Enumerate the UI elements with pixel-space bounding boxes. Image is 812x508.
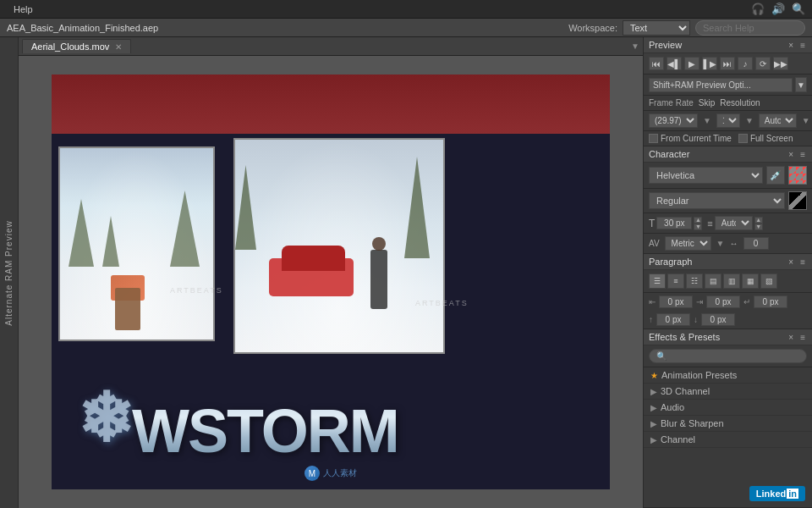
- loop-btn[interactable]: ⟳: [755, 57, 771, 70]
- preview-settings-row: Frame Rate Skip Resolution: [644, 96, 812, 111]
- align-left-btn[interactable]: ☰: [649, 273, 666, 289]
- paragraph-title: Paragraph: [649, 257, 692, 267]
- character-metrics-row: AV Metrics ▼ ↔: [644, 233, 812, 253]
- skip-select[interactable]: 1: [716, 113, 740, 128]
- leading-select[interactable]: Auto: [715, 216, 753, 230]
- preview-ram-btn[interactable]: Shift+RAM Preview Opti...: [649, 78, 793, 92]
- full-screen-label: Full Screen: [750, 134, 793, 143]
- effects-search-input[interactable]: [649, 349, 807, 363]
- tab-close-icon[interactable]: ✕: [115, 42, 122, 52]
- skip-label: Skip: [699, 98, 715, 108]
- skip-to-end-btn[interactable]: ⏭: [720, 57, 735, 70]
- preview-options-row: From Current Time Full Screen: [644, 131, 812, 146]
- justify-right-btn[interactable]: ▦: [742, 273, 759, 289]
- headphones-icon[interactable]: 🎧: [751, 3, 765, 15]
- full-screen-check[interactable]: Full Screen: [738, 134, 793, 143]
- indent-first-input[interactable]: [754, 295, 787, 308]
- font-size-up[interactable]: ▲: [694, 217, 702, 224]
- search-icon[interactable]: 🔍: [792, 3, 805, 15]
- space-after-icon: ↓: [694, 315, 698, 324]
- play-btn[interactable]: ▶: [684, 57, 700, 70]
- menu-icon-group: 🎧 🔊 🔍: [751, 3, 805, 15]
- tracking-input[interactable]: [743, 237, 769, 250]
- indent-left-icon: ⇤: [649, 297, 656, 306]
- justify-left-btn[interactable]: ▥: [723, 273, 740, 289]
- tab-aerial-clouds[interactable]: Aerial_Clouds.mov ✕: [22, 39, 131, 53]
- font-size-input[interactable]: [656, 217, 692, 229]
- from-current-label: From Current Time: [661, 134, 732, 143]
- preview-collapse-btn[interactable]: ×: [787, 41, 795, 50]
- linkedin-in: in: [787, 489, 798, 499]
- volume-icon[interactable]: 🔊: [771, 3, 785, 15]
- canvas-area[interactable]: ARTBEATS ARTBEATS ❄ WSTORM M 人人素材: [19, 56, 643, 508]
- step-back-btn[interactable]: ◀▌: [667, 57, 682, 70]
- font-style-select[interactable]: Regular: [649, 192, 785, 209]
- effect-item[interactable]: ▶ Channel: [644, 432, 812, 448]
- workspace-area: Workspace: Text: [568, 20, 805, 36]
- indent-left-input[interactable]: [659, 295, 693, 308]
- resolution-select[interactable]: Auto: [759, 113, 797, 128]
- effect-item[interactable]: ▶ Audio: [644, 400, 812, 416]
- character-collapse-btn[interactable]: ×: [787, 150, 795, 159]
- right-panel: Preview × ≡ ⏮ ◀▌ ▶ ▌▶ ⏭ ♪ ⟳ ▶▶ Shift+RAM…: [643, 37, 812, 508]
- video-thumb-left: [58, 146, 215, 341]
- indent-right-input[interactable]: [706, 295, 740, 308]
- leading-down[interactable]: ▼: [754, 224, 763, 230]
- effect-item[interactable]: ▶ Blur & Sharpen: [644, 416, 812, 432]
- skip-to-start-btn[interactable]: ⏮: [649, 57, 664, 70]
- preview-values-row: (29.97) ▼ 1 ▼ Auto ▼: [644, 111, 812, 131]
- from-current-check[interactable]: From Current Time: [649, 134, 732, 143]
- justify-all-btn[interactable]: ▧: [760, 273, 777, 289]
- font-size-arrows: ▲ ▼: [694, 217, 702, 230]
- color-swatch[interactable]: [788, 166, 807, 185]
- metrics-av-icon: AV: [649, 239, 660, 248]
- wstorm-text: WSTORM: [132, 396, 398, 466]
- indent-first-icon: ↵: [743, 297, 750, 306]
- full-screen-checkbox[interactable]: [738, 134, 748, 143]
- paragraph-header: Paragraph × ≡: [644, 254, 812, 270]
- effects-section: Effects & Presets × ≡ ★ Animation Preset…: [644, 329, 812, 508]
- font-size-down[interactable]: ▼: [694, 224, 702, 230]
- space-after-input[interactable]: [701, 313, 735, 326]
- justify-btn[interactable]: ▤: [705, 273, 721, 289]
- left-sidebar: Alternate RAM Preview: [0, 37, 19, 508]
- stroke-color-swatch[interactable]: [788, 191, 807, 210]
- watermark-artbeats-left: ARTBEATS: [170, 286, 223, 295]
- step-forward-btn[interactable]: ▌▶: [702, 57, 717, 70]
- align-center-btn[interactable]: ≡: [667, 273, 684, 289]
- paragraph-collapse-btn[interactable]: ×: [787, 257, 795, 267]
- eyedropper-icon[interactable]: 💉: [766, 166, 785, 185]
- font-select[interactable]: Helvetica: [649, 167, 763, 184]
- effect-item[interactable]: ▶ 3D Channel: [644, 384, 812, 400]
- space-before-input[interactable]: [656, 313, 690, 326]
- align-right-btn[interactable]: ☷: [686, 273, 703, 289]
- menu-help[interactable]: Help: [7, 3, 40, 16]
- preview-menu-btn[interactable]: ≡: [798, 41, 807, 50]
- file-name: AEA_Basic_Animation_Finished.aep: [7, 23, 568, 33]
- from-current-checkbox[interactable]: [649, 134, 658, 143]
- effect-item[interactable]: ★ Animation Presets: [644, 367, 812, 384]
- center-area: Aerial_Clouds.mov ✕ ▼: [19, 37, 643, 508]
- paragraph-menu-btn[interactable]: ≡: [798, 257, 807, 267]
- character-menu-btn[interactable]: ≡: [798, 150, 807, 159]
- metrics-select[interactable]: Metrics: [665, 236, 711, 251]
- preview-ram-dropdown[interactable]: ▼: [795, 77, 807, 92]
- effects-header-controls: × ≡: [787, 333, 807, 342]
- preview-transport-controls: ⏮ ◀▌ ▶ ▌▶ ⏭ ♪ ⟳ ▶▶: [644, 53, 812, 75]
- character-size-row: T ▲ ▼ ≡ Auto ▲ ▼: [644, 213, 812, 233]
- search-input[interactable]: [695, 20, 805, 36]
- paragraph-align-row: ☰ ≡ ☷ ▤ ▥ ▦ ▧: [644, 270, 812, 293]
- leading-up[interactable]: ▲: [754, 217, 763, 224]
- paragraph-spacing-row: ↑ ↓: [644, 311, 812, 329]
- leading-icon: ≡: [707, 218, 712, 229]
- effects-collapse-btn[interactable]: ×: [787, 333, 795, 342]
- winter-scene-left: [60, 148, 213, 340]
- frame-rate-select[interactable]: (29.97): [649, 113, 698, 128]
- space-before-icon: ↑: [649, 315, 653, 324]
- effects-menu-btn[interactable]: ≡: [798, 333, 807, 342]
- audio-btn[interactable]: ♪: [738, 57, 753, 70]
- tab-options-icon[interactable]: ▼: [631, 41, 639, 51]
- more-btn[interactable]: ▶▶: [773, 57, 788, 70]
- character-font-row: Helvetica 💉: [644, 163, 812, 189]
- workspace-select[interactable]: Text: [623, 20, 690, 36]
